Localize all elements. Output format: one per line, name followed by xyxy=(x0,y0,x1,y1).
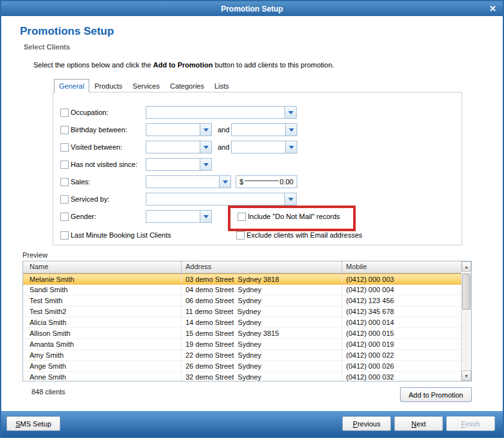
previous-button[interactable]: Previous xyxy=(342,416,391,431)
not-visited-dropdown[interactable] xyxy=(146,158,212,171)
chevron-down-icon xyxy=(284,193,296,205)
scroll-down-icon[interactable]: ▼ xyxy=(462,371,471,381)
table-scrollbar[interactable]: ▲ ▼ xyxy=(461,261,471,381)
chevron-down-icon xyxy=(200,159,211,170)
serviced-by-label[interactable]: Serviced by: xyxy=(71,195,110,204)
cell-name: Amy Smith xyxy=(23,350,182,360)
birthday-to-dropdown[interactable] xyxy=(231,123,297,136)
cell-mobile: (0412) 000 004 xyxy=(342,285,461,295)
visited-to-dropdown[interactable] xyxy=(231,141,297,153)
tab-lists[interactable]: Lists xyxy=(209,79,234,92)
last-minute-label[interactable]: Last Minute Booking List Clients xyxy=(71,231,171,240)
cell-address: 06 demo Street Sydney xyxy=(182,295,342,306)
tab-products[interactable]: Products xyxy=(89,79,127,92)
sms-setup-label: SMS Setup xyxy=(15,420,51,428)
finish-button[interactable]: Finish xyxy=(446,416,495,431)
window-titlebar[interactable]: Promotion Setup xyxy=(1,1,503,16)
sales-checkbox[interactable] xyxy=(60,178,69,186)
occupation-dropdown[interactable] xyxy=(146,106,297,119)
birthday-from-dropdown[interactable] xyxy=(146,123,212,136)
scroll-up-icon[interactable]: ▲ xyxy=(462,261,471,272)
cell-name: Melanie Smith xyxy=(23,274,182,284)
not-visited-label[interactable]: Has not visited since: xyxy=(71,161,137,169)
tab-strip: General Products Services Categories Lis… xyxy=(54,79,234,92)
previous-label: Previous xyxy=(353,420,381,428)
visited-from-dropdown[interactable] xyxy=(146,141,212,153)
birthday-label[interactable]: Birthday between: xyxy=(71,126,127,134)
chevron-down-icon xyxy=(200,211,211,222)
table-row[interactable]: Allison Smith15 demo Street Sydney 3815(… xyxy=(23,328,461,339)
add-to-promotion-button[interactable]: Add to Promotion xyxy=(400,387,472,402)
visited-label[interactable]: Visited between: xyxy=(71,143,123,152)
birthday-checkbox[interactable] xyxy=(60,126,69,134)
cell-name: Amanta Smith xyxy=(23,339,182,349)
cell-mobile: (0412) 000 014 xyxy=(342,317,461,328)
include-do-not-mail-label[interactable]: Include "Do Not Mail" records xyxy=(248,213,340,221)
column-header-address[interactable]: Address xyxy=(182,261,342,273)
table-row[interactable]: Melanie Smith03 demo Street Sydney 3818(… xyxy=(23,274,461,285)
table-row[interactable]: Test Smith06 demo Street Sydney(0412) 12… xyxy=(23,295,461,306)
cell-name: Anne Smith xyxy=(23,372,182,381)
gender-checkbox[interactable] xyxy=(60,213,69,221)
sales-amount-value: 0.00 xyxy=(280,178,293,186)
serviced-by-checkbox[interactable] xyxy=(60,195,69,204)
add-to-promotion-label: Add to Promotion xyxy=(409,391,464,399)
column-header-mobile[interactable]: Mobile xyxy=(342,261,461,273)
occupation-label[interactable]: Occupation: xyxy=(71,109,109,117)
sales-amount-field[interactable]: $ 0.00 xyxy=(236,175,297,188)
cell-name: Sandi Smith xyxy=(23,285,182,295)
scrollbar-thumb[interactable] xyxy=(462,274,471,310)
serviced-by-dropdown[interactable] xyxy=(146,193,297,206)
instruction-text: Select the options below and click the A… xyxy=(33,61,334,69)
instruction-post: button to add clients to this promotion. xyxy=(213,61,334,69)
chevron-down-icon xyxy=(200,124,211,136)
instruction-pre: Select the options below and click the xyxy=(33,61,153,69)
amount-underline xyxy=(245,180,278,181)
exclude-email-label[interactable]: Exclude clients with Email addresses xyxy=(247,231,362,240)
table-row[interactable]: Anne Smith32 demo Street Sydney(0412) 00… xyxy=(23,372,461,381)
table-row[interactable]: Amy Smith22 demo Street Sydney(0412) 000… xyxy=(23,350,461,361)
cell-mobile: (0412) 000 019 xyxy=(342,339,461,349)
tab-categories[interactable]: Categories xyxy=(165,79,209,92)
cell-address: 03 demo Street Sydney 3818 xyxy=(182,274,342,284)
exclude-email-checkbox[interactable] xyxy=(236,231,245,240)
occupation-checkbox[interactable] xyxy=(60,109,69,117)
chevron-down-icon xyxy=(219,176,230,188)
cell-mobile: (0412) 000 026 xyxy=(342,361,461,371)
cell-mobile: (0412) 000 022 xyxy=(342,350,461,360)
table-row[interactable]: Sandi Smith04 demo Street Sydney(0412) 0… xyxy=(23,285,461,295)
table-row[interactable]: Amanta Smith19 demo Street Sydney(0412) … xyxy=(23,339,461,350)
tab-services[interactable]: Services xyxy=(128,79,165,92)
client-count: 848 clients xyxy=(31,388,65,396)
cell-address: 04 demo Street Sydney xyxy=(182,285,342,295)
sms-setup-button[interactable]: SMS Setup xyxy=(6,416,60,431)
table-row[interactable]: Test Smith211 demo Street Sydney(0412) 3… xyxy=(23,306,461,317)
client-grid: Name Address Mobile Melanie Smith03 demo… xyxy=(23,261,461,381)
chevron-down-icon xyxy=(200,141,211,153)
finish-label: Finish xyxy=(461,420,480,428)
currency-symbol: $ xyxy=(239,178,243,186)
not-visited-checkbox[interactable] xyxy=(60,161,69,169)
cell-address: 26 demo Street Sydney xyxy=(182,361,342,371)
visited-and-label: and xyxy=(218,143,229,152)
cell-address: 32 demo Street Sydney xyxy=(182,372,342,381)
table-row[interactable]: Alicia Smith14 demo Street Sydney(0412) … xyxy=(23,317,461,328)
next-button[interactable]: Next xyxy=(394,416,443,431)
column-header-name[interactable]: Name xyxy=(23,261,182,273)
gender-dropdown[interactable] xyxy=(146,210,212,223)
include-do-not-mail-checkbox[interactable] xyxy=(238,213,246,221)
visited-checkbox[interactable] xyxy=(60,143,69,152)
cell-name: Allison Smith xyxy=(23,328,182,338)
last-minute-checkbox[interactable] xyxy=(60,231,69,240)
sales-label[interactable]: Sales: xyxy=(71,178,91,186)
next-label: Next xyxy=(412,420,426,428)
chevron-down-icon xyxy=(285,124,297,136)
cell-mobile: (0412) 000 003 xyxy=(342,274,461,284)
cell-mobile: (0412) 000 032 xyxy=(342,372,461,381)
cell-mobile: (0412) 000 015 xyxy=(342,328,461,338)
gender-label[interactable]: Gender: xyxy=(71,213,96,221)
table-row[interactable]: Ange Smith26 demo Street Sydney(0412) 00… xyxy=(23,361,461,372)
sales-dropdown[interactable] xyxy=(146,175,231,188)
close-icon[interactable]: ✕ xyxy=(489,1,496,16)
tab-general[interactable]: General xyxy=(54,79,89,92)
